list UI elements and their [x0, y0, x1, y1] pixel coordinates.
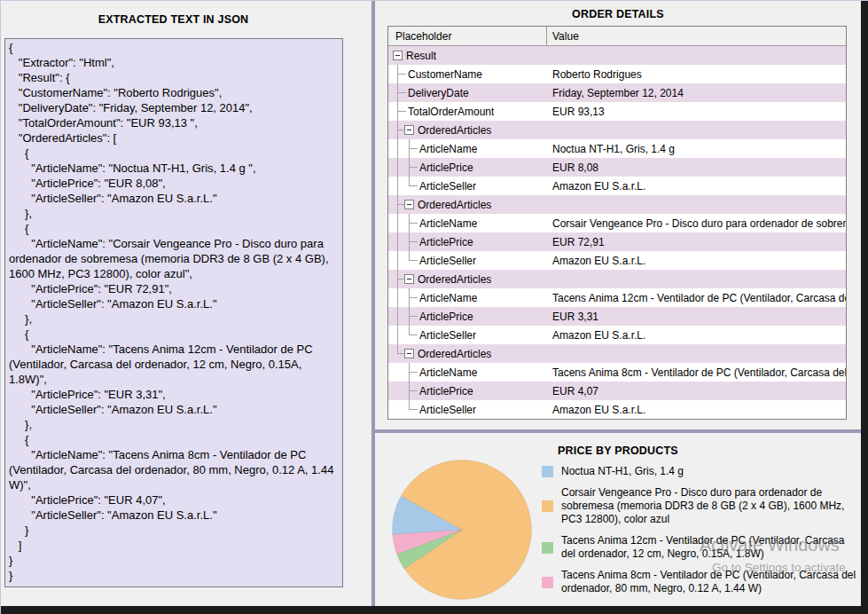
collapse-minus-icon[interactable] [404, 200, 414, 209]
table-row[interactable]: ArticlePriceEUR 8,08 [388, 158, 846, 177]
legend-swatch-icon [542, 466, 553, 477]
collapse-minus-icon[interactable] [404, 274, 414, 284]
legend-swatch-icon [542, 542, 553, 554]
placeholder-cell: ArticlePrice [388, 232, 547, 251]
placeholder-cell: ArticleName [388, 214, 547, 232]
placeholder-cell: CustomerName [388, 65, 547, 83]
tree-guide-line [393, 139, 404, 158]
legend-item: Tacens Anima 8cm - Ventilador de PC (Ven… [542, 569, 861, 595]
value-cell: Roberto Rodrigues [547, 65, 846, 83]
placeholder-cell: ArticleName [388, 288, 547, 307]
legend-swatch-icon [542, 500, 553, 512]
tree-guide-line [393, 158, 404, 177]
value-cell [547, 121, 846, 139]
table-row[interactable]: ArticlePriceEUR 3,31 [388, 307, 846, 326]
legend-item: Noctua NT-H1, Gris, 1.4 g [542, 465, 861, 478]
table-row[interactable]: Result [388, 46, 846, 65]
node-label: Result [406, 50, 436, 62]
column-header-value[interactable]: Value [547, 27, 846, 45]
node-label: ArticleSeller [419, 180, 476, 193]
node-label: ArticleName [419, 143, 477, 155]
column-header-placeholder[interactable]: Placeholder [388, 27, 547, 45]
collapse-minus-icon[interactable] [393, 51, 403, 60]
table-row[interactable]: OrderedArticles [388, 344, 846, 363]
legend-label: Tacens Anima 8cm - Ventilador de PC (Ven… [561, 569, 861, 595]
tree-connector-line [393, 102, 408, 121]
value-cell: Amazon EU S.a.r.L. [547, 326, 846, 344]
value-cell: Tacens Anima 8cm - Ventilador de PC (Ven… [547, 363, 846, 382]
table-row[interactable]: ArticleNameCorsair Vengeance Pro - Disco… [388, 214, 846, 232]
table-row[interactable]: ArticleSellerAmazon EU S.a.r.L. [388, 400, 846, 419]
tree-connector-line [393, 83, 408, 102]
order-details-title: ORDER DETAILS [375, 8, 861, 20]
table-row[interactable]: TotalOrderAmountEUR 93,13 [388, 102, 846, 121]
node-label: ArticleName [419, 292, 477, 304]
value-cell: EUR 3,31 [547, 307, 846, 326]
node-label: ArticlePrice [419, 311, 473, 323]
pie-chart [392, 460, 532, 600]
tree-connector-line [393, 195, 404, 214]
node-label: TotalOrderAmount [408, 106, 494, 118]
order-details-panel: ORDER DETAILS Placeholder Value ResultCu… [375, 1, 861, 429]
value-cell: Amazon EU S.a.r.L. [547, 251, 846, 270]
chart-legend: Noctua NT-H1, Gris, 1.4 gCorsair Vengean… [542, 465, 861, 603]
tree-connector-line [393, 65, 408, 83]
json-text-box[interactable]: { "Extractor": "Html", "Result": { "Cust… [4, 38, 343, 587]
value-cell [547, 195, 846, 214]
tree-guide-line [393, 232, 404, 251]
legend-swatch-icon [542, 577, 553, 588]
table-row[interactable]: OrderedArticles [388, 195, 846, 214]
value-cell: EUR 8,08 [547, 158, 846, 177]
node-label: OrderedArticles [418, 124, 491, 137]
table-row[interactable]: ArticleNameTacens Anima 8cm - Ventilador… [388, 363, 846, 382]
extracted-json-title: EXTRACTED TEXT IN JSON [1, 13, 346, 26]
node-label: ArticleName [419, 217, 477, 230]
legend-label: Corsair Vengeance Pro - Disco duro para … [561, 486, 861, 526]
tree-guide-line [393, 382, 404, 400]
value-cell [547, 270, 846, 288]
node-label: DeliveryDate [408, 87, 469, 99]
order-details-table: Placeholder Value ResultCustomerNameRobe… [387, 26, 847, 420]
placeholder-cell: ArticleSeller [388, 251, 547, 270]
tree-connector-line [393, 270, 404, 288]
legend-item: Tacens Anima 12cm - Ventilador de PC (Ve… [542, 534, 861, 561]
value-cell: EUR 93,13 [547, 102, 846, 121]
app-window: EXTRACTED TEXT IN JSON { "Extractor": "H… [0, 0, 868, 614]
table-row[interactable]: ArticlePriceEUR 4,07 [388, 382, 846, 400]
tree-connector-line [404, 307, 419, 326]
node-label: ArticleSeller [419, 329, 476, 342]
tree-guide-line [393, 307, 404, 326]
table-row[interactable]: ArticleSellerAmazon EU S.a.r.L. [388, 177, 846, 195]
value-cell [547, 344, 846, 363]
node-label: ArticlePrice [419, 236, 473, 248]
table-row[interactable]: ArticleNameTacens Anima 12cm - Ventilado… [388, 288, 846, 307]
table-row[interactable]: CustomerNameRoberto Rodrigues [388, 65, 846, 83]
tree-guide-line [393, 326, 404, 344]
table-row[interactable]: ArticleSellerAmazon EU S.a.r.L. [388, 326, 846, 344]
table-row[interactable]: ArticlePriceEUR 72,91 [388, 232, 846, 251]
collapse-minus-icon[interactable] [404, 125, 414, 135]
tree-connector-line [404, 382, 419, 400]
table-header-row: Placeholder Value [388, 27, 846, 46]
value-cell: Noctua NT-H1, Gris, 1.4 g [547, 139, 846, 158]
collapse-minus-icon[interactable] [404, 349, 414, 358]
legend-item: Corsair Vengeance Pro - Disco duro para … [542, 486, 861, 526]
table-row[interactable]: ArticleSellerAmazon EU S.a.r.L. [388, 251, 846, 270]
tree-connector-line [404, 232, 419, 251]
table-row[interactable]: ArticleNameNoctua NT-H1, Gris, 1.4 g [388, 139, 846, 158]
node-label: ArticleSeller [419, 255, 476, 267]
table-row[interactable]: OrderedArticles [388, 121, 846, 139]
node-label: ArticlePrice [419, 385, 473, 398]
value-cell: EUR 72,91 [547, 232, 846, 251]
placeholder-cell: ArticleName [388, 363, 547, 382]
placeholder-cell: ArticleSeller [388, 177, 547, 195]
value-cell: Friday, September 12, 2014 [547, 83, 846, 102]
placeholder-cell: ArticleName [388, 139, 547, 158]
table-row[interactable]: DeliveryDateFriday, September 12, 2014 [388, 83, 846, 102]
node-label: OrderedArticles [418, 199, 491, 211]
tree-guide-line [393, 177, 404, 195]
tree-connector-line [404, 288, 419, 307]
table-row[interactable]: OrderedArticles [388, 270, 846, 288]
value-cell: Amazon EU S.a.r.L. [547, 400, 846, 419]
placeholder-cell: OrderedArticles [388, 195, 547, 214]
